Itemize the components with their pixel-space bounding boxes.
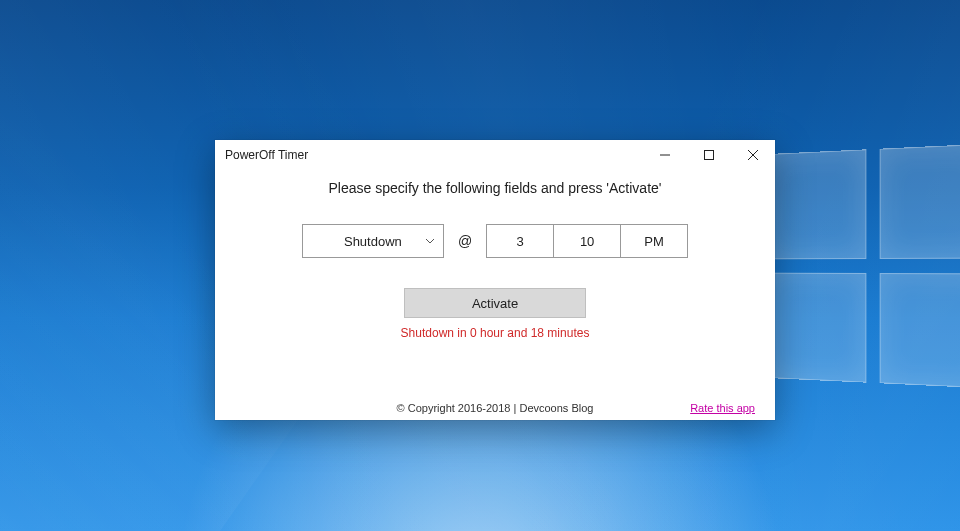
minute-field[interactable]: 10 [553,224,621,258]
action-selected-label: Shutdown [344,234,402,249]
minimize-button[interactable] [643,140,687,170]
minimize-icon [660,150,670,160]
close-button[interactable] [731,140,775,170]
schedule-row: Shutdown @ 3 10 PM [302,224,688,258]
desktop-wallpaper: PowerOff Timer Please specify the follow… [0,0,960,531]
countdown-status: Shutdown in 0 hour and 18 minutes [401,326,590,340]
activate-button[interactable]: Activate [404,288,586,318]
windows-logo [767,143,960,388]
window-content: Please specify the following fields and … [215,170,775,420]
maximize-icon [704,150,714,160]
maximize-button[interactable] [687,140,731,170]
app-window: PowerOff Timer Please specify the follow… [215,140,775,420]
title-bar[interactable]: PowerOff Timer [215,140,775,170]
footer: © Copyright 2016-2018 | Devcoons Blog Ra… [235,396,755,414]
at-label: @ [454,233,476,249]
chevron-down-icon [425,236,435,246]
instruction-text: Please specify the following fields and … [329,180,662,196]
window-title: PowerOff Timer [225,148,643,162]
svg-rect-1 [705,151,714,160]
hour-field[interactable]: 3 [486,224,554,258]
close-icon [748,150,758,160]
meridiem-field[interactable]: PM [620,224,688,258]
action-dropdown[interactable]: Shutdown [302,224,444,258]
window-controls [643,140,775,170]
rate-app-link[interactable]: Rate this app [690,402,755,414]
copyright-text: © Copyright 2016-2018 | Devcoons Blog [397,402,594,414]
